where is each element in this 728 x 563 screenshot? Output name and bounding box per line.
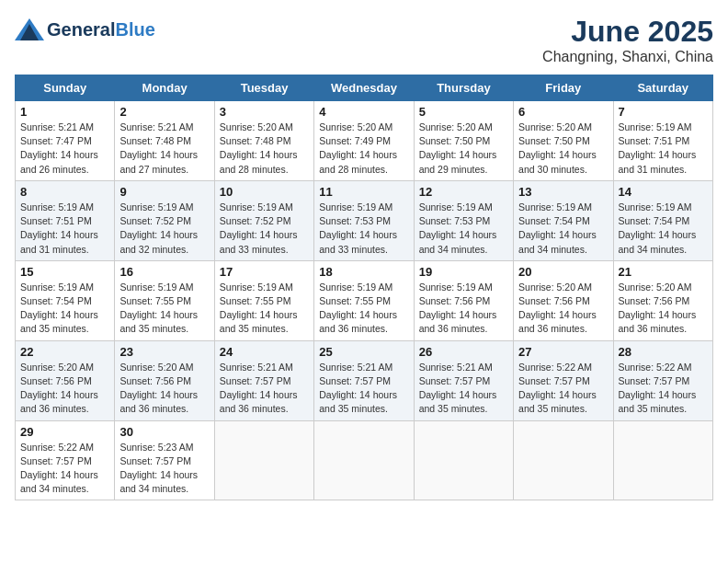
calendar-cell: 22Sunrise: 5:20 AMSunset: 7:56 PMDayligh…: [16, 340, 115, 420]
week-row-2: 8Sunrise: 5:19 AMSunset: 7:51 PMDaylight…: [16, 180, 713, 260]
calendar-cell: 5Sunrise: 5:20 AMSunset: 7:50 PMDaylight…: [414, 101, 513, 181]
day-number: 11: [319, 185, 408, 199]
calendar-table: SundayMondayTuesdayWednesdayThursdayFrid…: [15, 75, 713, 500]
calendar-cell: 1Sunrise: 5:21 AMSunset: 7:47 PMDaylight…: [16, 101, 115, 181]
header-row: SundayMondayTuesdayWednesdayThursdayFrid…: [16, 75, 713, 101]
day-number: 25: [319, 345, 408, 359]
calendar-cell: 30Sunrise: 5:23 AMSunset: 7:57 PMDayligh…: [115, 420, 214, 500]
day-info: Sunrise: 5:20 AMSunset: 7:50 PMDaylight:…: [419, 121, 508, 177]
day-number: 24: [220, 345, 309, 359]
day-info: Sunrise: 5:21 AMSunset: 7:47 PMDaylight:…: [20, 121, 109, 177]
calendar-cell: [414, 420, 513, 500]
day-info: Sunrise: 5:19 AMSunset: 7:51 PMDaylight:…: [20, 201, 109, 257]
calendar-cell: 2Sunrise: 5:21 AMSunset: 7:48 PMDaylight…: [115, 101, 214, 181]
week-row-5: 29Sunrise: 5:22 AMSunset: 7:57 PMDayligh…: [16, 420, 713, 500]
header: GeneralBlue June 2025 Changning, Shanxi,…: [15, 15, 713, 65]
col-header-thursday: Thursday: [414, 75, 513, 101]
calendar-cell: 14Sunrise: 5:19 AMSunset: 7:54 PMDayligh…: [613, 180, 712, 260]
day-number: 16: [119, 265, 209, 279]
col-header-friday: Friday: [514, 75, 613, 101]
calendar-cell: [613, 420, 712, 500]
calendar-cell: [314, 420, 414, 500]
day-info: Sunrise: 5:19 AMSunset: 7:51 PMDaylight:…: [619, 121, 708, 177]
day-info: Sunrise: 5:19 AMSunset: 7:52 PMDaylight:…: [119, 201, 209, 257]
day-number: 28: [619, 345, 708, 359]
day-info: Sunrise: 5:23 AMSunset: 7:57 PMDaylight:…: [119, 441, 209, 497]
day-number: 17: [220, 265, 309, 279]
week-row-4: 22Sunrise: 5:20 AMSunset: 7:56 PMDayligh…: [16, 340, 713, 420]
calendar-cell: 15Sunrise: 5:19 AMSunset: 7:54 PMDayligh…: [16, 260, 115, 340]
day-number: 26: [419, 345, 508, 359]
col-header-saturday: Saturday: [613, 75, 712, 101]
day-info: Sunrise: 5:21 AMSunset: 7:57 PMDaylight:…: [220, 361, 309, 417]
day-info: Sunrise: 5:21 AMSunset: 7:57 PMDaylight:…: [319, 361, 408, 417]
day-number: 2: [119, 105, 209, 119]
day-info: Sunrise: 5:20 AMSunset: 7:56 PMDaylight:…: [619, 281, 708, 337]
day-number: 7: [619, 105, 708, 119]
day-info: Sunrise: 5:19 AMSunset: 7:55 PMDaylight:…: [319, 281, 408, 337]
logo-text: GeneralBlue: [15, 15, 155, 44]
day-info: Sunrise: 5:19 AMSunset: 7:54 PMDaylight:…: [518, 201, 608, 257]
day-info: Sunrise: 5:20 AMSunset: 7:49 PMDaylight:…: [319, 121, 408, 177]
calendar-cell: 27Sunrise: 5:22 AMSunset: 7:57 PMDayligh…: [514, 340, 613, 420]
day-number: 19: [419, 265, 508, 279]
day-info: Sunrise: 5:19 AMSunset: 7:54 PMDaylight:…: [619, 201, 708, 257]
day-number: 18: [319, 265, 408, 279]
calendar-cell: 28Sunrise: 5:22 AMSunset: 7:57 PMDayligh…: [613, 340, 712, 420]
day-info: Sunrise: 5:22 AMSunset: 7:57 PMDaylight:…: [20, 441, 109, 497]
title-block: June 2025 Changning, Shanxi, China: [542, 15, 713, 65]
logo-icon: [15, 15, 44, 44]
calendar-cell: 16Sunrise: 5:19 AMSunset: 7:55 PMDayligh…: [115, 260, 214, 340]
day-number: 30: [119, 425, 209, 439]
calendar-cell: 13Sunrise: 5:19 AMSunset: 7:54 PMDayligh…: [514, 180, 613, 260]
day-info: Sunrise: 5:19 AMSunset: 7:55 PMDaylight:…: [220, 281, 309, 337]
calendar-cell: 12Sunrise: 5:19 AMSunset: 7:53 PMDayligh…: [414, 180, 513, 260]
col-header-wednesday: Wednesday: [314, 75, 414, 101]
calendar-cell: 23Sunrise: 5:20 AMSunset: 7:56 PMDayligh…: [115, 340, 214, 420]
logo-general: General: [47, 19, 115, 40]
day-info: Sunrise: 5:20 AMSunset: 7:56 PMDaylight:…: [119, 361, 209, 417]
day-number: 20: [518, 265, 608, 279]
calendar-cell: 11Sunrise: 5:19 AMSunset: 7:53 PMDayligh…: [314, 180, 414, 260]
day-info: Sunrise: 5:22 AMSunset: 7:57 PMDaylight:…: [518, 361, 608, 417]
day-info: Sunrise: 5:20 AMSunset: 7:56 PMDaylight:…: [518, 281, 608, 337]
calendar-cell: 4Sunrise: 5:20 AMSunset: 7:49 PMDaylight…: [314, 101, 414, 181]
day-number: 9: [119, 185, 209, 199]
calendar-cell: 6Sunrise: 5:20 AMSunset: 7:50 PMDaylight…: [514, 101, 613, 181]
day-number: 8: [20, 185, 109, 199]
day-number: 23: [119, 345, 209, 359]
calendar-cell: 3Sunrise: 5:20 AMSunset: 7:48 PMDaylight…: [214, 101, 313, 181]
col-header-tuesday: Tuesday: [214, 75, 313, 101]
day-number: 14: [619, 185, 708, 199]
calendar-cell: 25Sunrise: 5:21 AMSunset: 7:57 PMDayligh…: [314, 340, 414, 420]
calendar-title: June 2025: [542, 15, 713, 49]
logo: GeneralBlue: [15, 15, 155, 44]
day-info: Sunrise: 5:19 AMSunset: 7:54 PMDaylight:…: [20, 281, 109, 337]
calendar-cell: 9Sunrise: 5:19 AMSunset: 7:52 PMDaylight…: [115, 180, 214, 260]
day-number: 3: [220, 105, 309, 119]
day-number: 22: [20, 345, 109, 359]
day-number: 29: [20, 425, 109, 439]
calendar-cell: [214, 420, 313, 500]
calendar-cell: 26Sunrise: 5:21 AMSunset: 7:57 PMDayligh…: [414, 340, 513, 420]
calendar-cell: 20Sunrise: 5:20 AMSunset: 7:56 PMDayligh…: [514, 260, 613, 340]
calendar-cell: 8Sunrise: 5:19 AMSunset: 7:51 PMDaylight…: [16, 180, 115, 260]
day-number: 1: [20, 105, 109, 119]
calendar-cell: 7Sunrise: 5:19 AMSunset: 7:51 PMDaylight…: [613, 101, 712, 181]
day-info: Sunrise: 5:19 AMSunset: 7:56 PMDaylight:…: [419, 281, 508, 337]
day-number: 27: [518, 345, 608, 359]
day-info: Sunrise: 5:19 AMSunset: 7:55 PMDaylight:…: [119, 281, 209, 337]
day-number: 13: [518, 185, 608, 199]
col-header-sunday: Sunday: [16, 75, 115, 101]
day-number: 5: [419, 105, 508, 119]
day-number: 6: [518, 105, 608, 119]
day-number: 15: [20, 265, 109, 279]
day-number: 21: [619, 265, 708, 279]
day-number: 12: [419, 185, 508, 199]
day-info: Sunrise: 5:20 AMSunset: 7:56 PMDaylight:…: [20, 361, 109, 417]
day-info: Sunrise: 5:20 AMSunset: 7:48 PMDaylight:…: [220, 121, 309, 177]
logo-blue: Blue: [115, 19, 154, 40]
calendar-cell: 29Sunrise: 5:22 AMSunset: 7:57 PMDayligh…: [16, 420, 115, 500]
calendar-cell: 19Sunrise: 5:19 AMSunset: 7:56 PMDayligh…: [414, 260, 513, 340]
day-info: Sunrise: 5:21 AMSunset: 7:48 PMDaylight:…: [119, 121, 209, 177]
